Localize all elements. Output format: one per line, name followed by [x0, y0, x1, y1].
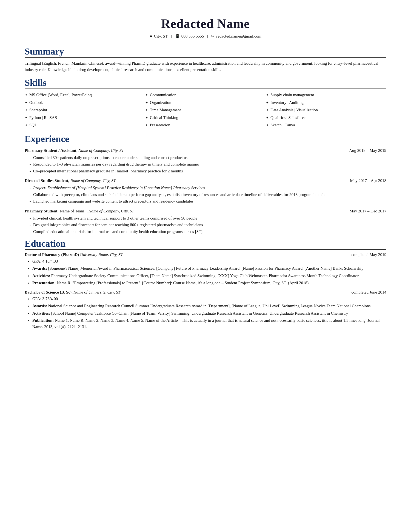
skill-item: ✦Supply chain management	[266, 92, 386, 99]
skills-divider	[25, 89, 386, 89]
experience-entry: Directed Studies Student, Name of Compan…	[25, 178, 386, 204]
skill-bullet: ✦	[266, 107, 269, 113]
exp-bullet-item: -Co–precepted international pharmacy gra…	[30, 168, 386, 174]
bullet-text: Counselled 30+ patients daily on prescri…	[33, 155, 189, 161]
skill-text: Critical Thinking	[150, 114, 178, 121]
bullet-text: Co–precepted international pharmacy grad…	[33, 168, 183, 174]
exp-header: Pharmacy Student / Assistant, Name of Co…	[25, 148, 386, 153]
experience-section: Experience Pharmacy Student / Assistant,…	[25, 134, 386, 235]
skill-text: Presentation	[150, 122, 170, 129]
exp-bullet-item: -Launched marketing campaign and website…	[30, 198, 386, 204]
bullet-dash: -	[30, 161, 31, 167]
bullet-text: Responded to 1–3 physician inquiries per…	[33, 161, 199, 167]
skill-item: ✦Communication	[145, 92, 266, 99]
skill-bullet: ✦	[25, 100, 28, 106]
skill-item: ✦Organization	[145, 99, 266, 106]
skill-text: Data Analysis | Visualization	[270, 107, 318, 114]
skill-item: ✦Qualtrics | Salesforce	[266, 114, 386, 121]
edu-bullets: GPA: 3.76/4.00Awards: National Science a…	[32, 296, 386, 330]
skill-bullet: ✦	[145, 122, 148, 128]
edu-title: Doctor of Pharmacy (PharmD) University N…	[25, 252, 123, 257]
bullet-dash: -	[30, 155, 31, 161]
skill-bullet: ✦	[266, 115, 269, 121]
bullet-text: Project: Establishment of [Hospital Syst…	[33, 185, 205, 191]
skill-text: Supply chain management	[270, 92, 314, 99]
skill-text: Time Management	[150, 107, 181, 114]
edu-header: Bachelor of Science (B. Sc), Name of Uni…	[25, 290, 386, 295]
edu-date: completed May 2019	[352, 252, 386, 257]
skill-item: ✦Data Analysis | Visualization	[266, 107, 386, 114]
skill-bullet: ✦	[266, 92, 269, 98]
phone-text: 800 555 5555	[181, 34, 204, 39]
experience-divider	[25, 145, 386, 145]
skill-text: Python | R | SAS	[29, 114, 57, 121]
skill-bullet: ✦	[145, 100, 148, 106]
email-icon: ✉	[211, 34, 215, 39]
skill-text: Organization	[150, 99, 171, 106]
exp-date: Aug 2018 – May 2019	[349, 148, 386, 153]
bullet-dash: -	[30, 192, 31, 198]
email-text: redacted.name@gmail.com	[216, 34, 261, 39]
education-divider	[25, 249, 386, 250]
skill-item: ✦MS Office (Word, Excel, PowerPoint)	[25, 92, 145, 99]
skill-item: ✦Python | R | SAS	[25, 114, 145, 121]
bullet-text: Launched marketing campaign and website …	[33, 198, 193, 204]
exp-header: Pharmacy Student [Name of Team] , Name o…	[25, 208, 386, 214]
skill-bullet: ✦	[266, 122, 269, 128]
edu-bullets: GPA: 4.10/4.33Awards: [Someone's Name] M…	[32, 258, 386, 286]
exp-bullet-item: -Provided clinical, health system and te…	[30, 215, 386, 221]
exp-date: May 2017 – Dec 2017	[350, 209, 386, 214]
skill-item: ✦Time Management	[145, 107, 266, 114]
bullet-text: Designed infographics and flowchart for …	[33, 222, 203, 228]
edu-bullet-item: GPA: 3.76/4.00	[32, 296, 386, 302]
exp-bullets: -Counselled 30+ patients daily on prescr…	[30, 155, 386, 174]
experience-entry: Pharmacy Student / Assistant, Name of Co…	[25, 148, 386, 174]
summary-text: Trilingual (English, French, Mandarin Ch…	[25, 60, 386, 73]
summary-section: Summary Trilingual (English, French, Man…	[25, 46, 386, 73]
edu-bullet-item: Awards: [Someone's Name] Memorial Award …	[32, 265, 386, 272]
skill-bullet: ✦	[25, 122, 28, 128]
skill-item: ✦Sketch | Canva	[266, 122, 386, 129]
education-entry: Doctor of Pharmacy (PharmD) University N…	[25, 252, 386, 286]
skill-item: ✦Inventory | Auditing	[266, 99, 386, 106]
skill-text: SQL	[29, 122, 37, 129]
skill-bullet: ✦	[25, 92, 28, 98]
edu-date: completed June 2014	[352, 290, 386, 295]
skill-bullet: ✦	[145, 92, 148, 98]
skill-bullet: ✦	[25, 107, 28, 113]
edu-bullet-item: Activities: [School Name] Computer Taskf…	[32, 310, 386, 317]
experience-title: Experience	[25, 134, 386, 144]
edu-bullet-item: Awards: National Science and Engineering…	[32, 303, 386, 309]
edu-bullet-item: Publication: Name 1, Name R, Name 2, Nam…	[32, 317, 386, 330]
skill-text: Inventory | Auditing	[270, 99, 304, 106]
skill-text: Communication	[150, 92, 176, 99]
exp-bullet-item: -Compiled educational materials for inte…	[30, 229, 386, 235]
bullet-text: Collaborated with preceptor, clinicians …	[33, 192, 324, 198]
exp-title: Pharmacy Student / Assistant, Name of Co…	[25, 148, 124, 153]
skill-item: ✦Outlook	[25, 99, 145, 106]
exp-bullet-item: -Designed infographics and flowchart for…	[30, 222, 386, 228]
bullet-dash: -	[30, 215, 31, 221]
exp-bullets: -Project: Establishment of [Hospital Sys…	[30, 185, 386, 204]
skill-text: Sketch | Canva	[270, 122, 295, 129]
skill-bullet: ✦	[266, 100, 269, 106]
skill-item: ✦Sharepoint	[25, 107, 145, 114]
exp-bullet-item: -Responded to 1–3 physician inquiries pe…	[30, 161, 386, 167]
skill-item: ✦Critical Thinking	[145, 114, 266, 121]
phone-icon: 📱	[175, 34, 180, 39]
skills-section: Skills ✦MS Office (Word, Excel, PowerPoi…	[25, 78, 386, 129]
exp-bullet-item: -Project: Establishment of [Hospital Sys…	[30, 185, 386, 191]
bullet-text: Compiled educational materials for inter…	[33, 229, 202, 235]
location-icon: ●	[150, 34, 152, 39]
skill-text: Qualtrics | Salesforce	[270, 114, 306, 121]
resume-name: Redacted Name	[25, 16, 386, 31]
bullet-dash: -	[30, 229, 31, 235]
location-text: City, ST	[154, 34, 168, 39]
experience-entries: Pharmacy Student / Assistant, Name of Co…	[25, 148, 386, 235]
skill-bullet: ✦	[145, 115, 148, 121]
exp-title: Directed Studies Student, Name of Compan…	[25, 178, 116, 184]
skill-text: MS Office (Word, Excel, PowerPoint)	[29, 92, 92, 99]
summary-divider	[25, 57, 386, 58]
bullet-dash: -	[30, 185, 31, 191]
bullet-text: Provided clinical, health system and tec…	[33, 215, 197, 221]
